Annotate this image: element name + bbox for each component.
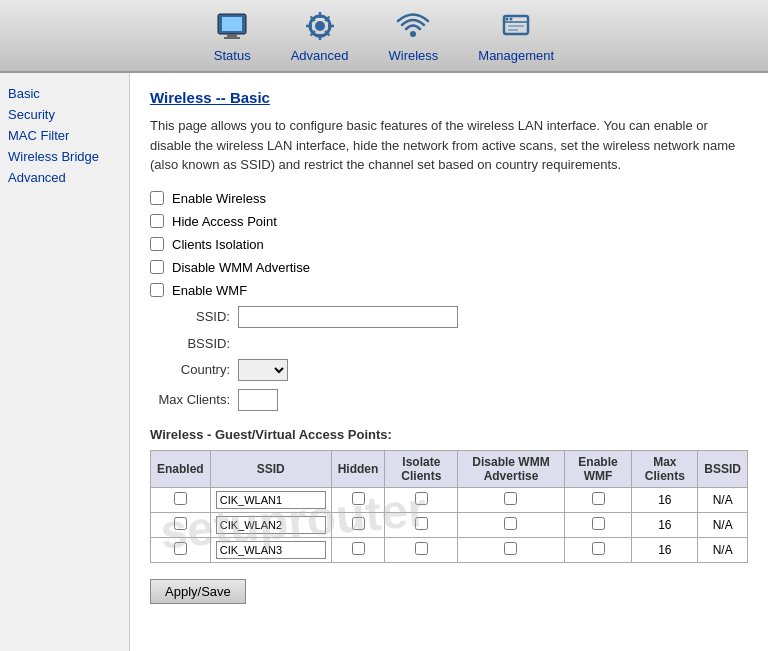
ssid-input[interactable] <box>238 306 458 328</box>
country-row: Country: <box>150 359 748 381</box>
nav-status-label: Status <box>214 48 251 63</box>
maxclients-label: Max Clients: <box>150 392 230 407</box>
guest-table: Enabled SSID Hidden Isolate Clients Disa… <box>150 450 748 563</box>
col-max-clients: Max Clients <box>632 450 698 487</box>
svg-point-17 <box>506 18 509 21</box>
col-disable-wmm: Disable WMM Advertise <box>458 450 564 487</box>
table-row: 16 N/A <box>151 487 748 512</box>
row-0-enabled <box>151 487 211 512</box>
checkbox-enable-wireless: Enable Wireless <box>150 191 748 206</box>
row-1-ssid <box>210 512 331 537</box>
row-2-ssid-input[interactable] <box>216 541 326 559</box>
col-bssid: BSSID <box>698 450 748 487</box>
wireless-icon <box>395 8 431 44</box>
row-2-enable-wmf-checkbox[interactable] <box>592 542 605 555</box>
maxclients-row: Max Clients: <box>150 389 748 411</box>
svg-rect-19 <box>508 25 524 27</box>
row-2-enabled <box>151 537 211 562</box>
col-enable-wmf: Enable WMF <box>564 450 632 487</box>
row-2-disable-wmm-checkbox[interactable] <box>504 542 517 555</box>
row-2-hidden <box>331 537 385 562</box>
nav-management[interactable]: Management <box>478 8 554 63</box>
row-1-enable-wmf <box>564 512 632 537</box>
guest-section-title: Wireless - Guest/Virtual Access Points: <box>150 427 748 442</box>
row-0-bssid: N/A <box>698 487 748 512</box>
col-ssid: SSID <box>210 450 331 487</box>
sidebar-item-basic[interactable]: Basic <box>8 83 121 104</box>
row-1-bssid: N/A <box>698 512 748 537</box>
row-1-disable-wmm-checkbox[interactable] <box>504 517 517 530</box>
row-0-ssid-input[interactable] <box>216 491 326 509</box>
country-label: Country: <box>150 362 230 377</box>
row-0-isolate <box>385 487 458 512</box>
disable-wmm-label: Disable WMM Advertise <box>172 260 310 275</box>
sidebar-item-mac-filter[interactable]: MAC Filter <box>8 125 121 146</box>
clients-isolation-checkbox[interactable] <box>150 237 164 251</box>
maxclients-input[interactable] <box>238 389 278 411</box>
row-2-isolate-checkbox[interactable] <box>415 542 428 555</box>
row-0-hidden-checkbox[interactable] <box>352 492 365 505</box>
nav-wireless-label: Wireless <box>388 48 438 63</box>
status-icon <box>214 8 250 44</box>
row-2-ssid <box>210 537 331 562</box>
row-0-max-clients: 16 <box>632 487 698 512</box>
clients-isolation-label: Clients Isolation <box>172 237 264 252</box>
row-1-ssid-input[interactable] <box>216 516 326 534</box>
advanced-icon <box>302 8 338 44</box>
nav-advanced[interactable]: Advanced <box>291 8 349 63</box>
page-description: This page allows you to configure basic … <box>150 116 748 175</box>
row-0-hidden <box>331 487 385 512</box>
disable-wmm-checkbox[interactable] <box>150 260 164 274</box>
enable-wmf-checkbox[interactable] <box>150 283 164 297</box>
col-isolate: Isolate Clients <box>385 450 458 487</box>
ssid-label: SSID: <box>150 309 230 324</box>
row-2-isolate <box>385 537 458 562</box>
country-select[interactable] <box>238 359 288 381</box>
page-title: Wireless -- Basic <box>150 89 748 106</box>
svg-point-5 <box>315 21 325 31</box>
row-2-disable-wmm <box>458 537 564 562</box>
row-1-hidden <box>331 512 385 537</box>
row-2-bssid: N/A <box>698 537 748 562</box>
apply-save-button[interactable]: Apply/Save <box>150 579 246 604</box>
bssid-label: BSSID: <box>150 336 230 351</box>
row-1-isolate <box>385 512 458 537</box>
col-hidden: Hidden <box>331 450 385 487</box>
row-0-isolate-checkbox[interactable] <box>415 492 428 505</box>
row-0-enable-wmf-checkbox[interactable] <box>592 492 605 505</box>
sidebar: Basic Security MAC Filter Wireless Bridg… <box>0 73 130 651</box>
row-1-max-clients: 16 <box>632 512 698 537</box>
row-0-disable-wmm-checkbox[interactable] <box>504 492 517 505</box>
nav-advanced-label: Advanced <box>291 48 349 63</box>
sidebar-item-advanced[interactable]: Advanced <box>8 167 121 188</box>
row-1-isolate-checkbox[interactable] <box>415 517 428 530</box>
svg-rect-2 <box>227 34 237 37</box>
nav-status[interactable]: Status <box>214 8 251 63</box>
content-area: Wireless -- Basic This page allows you t… <box>130 73 768 651</box>
enable-wireless-label: Enable Wireless <box>172 191 266 206</box>
sidebar-item-wireless-bridge[interactable]: Wireless Bridge <box>8 146 121 167</box>
hide-access-point-checkbox[interactable] <box>150 214 164 228</box>
hide-access-point-label: Hide Access Point <box>172 214 277 229</box>
row-1-disable-wmm <box>458 512 564 537</box>
sidebar-item-security[interactable]: Security <box>8 104 121 125</box>
checkbox-disable-wmm: Disable WMM Advertise <box>150 260 748 275</box>
top-nav: Status Advanced <box>0 0 768 73</box>
checkbox-enable-wmf: Enable WMF <box>150 283 748 298</box>
nav-management-label: Management <box>478 48 554 63</box>
row-0-enabled-checkbox[interactable] <box>174 492 187 505</box>
row-1-enabled-checkbox[interactable] <box>174 517 187 530</box>
row-2-enabled-checkbox[interactable] <box>174 542 187 555</box>
checkbox-hide-access-point: Hide Access Point <box>150 214 748 229</box>
bssid-row: BSSID: <box>150 336 748 351</box>
ssid-row: SSID: <box>150 306 748 328</box>
row-0-ssid <box>210 487 331 512</box>
row-1-enable-wmf-checkbox[interactable] <box>592 517 605 530</box>
row-0-disable-wmm <box>458 487 564 512</box>
row-2-hidden-checkbox[interactable] <box>352 542 365 555</box>
row-0-enable-wmf <box>564 487 632 512</box>
svg-rect-20 <box>508 29 518 31</box>
nav-wireless[interactable]: Wireless <box>388 8 438 63</box>
row-1-hidden-checkbox[interactable] <box>352 517 365 530</box>
enable-wireless-checkbox[interactable] <box>150 191 164 205</box>
